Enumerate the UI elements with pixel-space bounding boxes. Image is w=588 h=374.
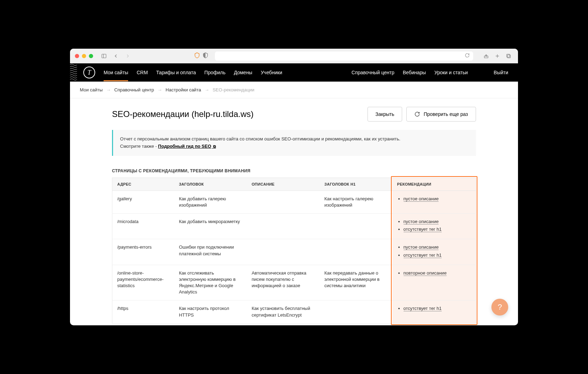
cell-description (247, 239, 320, 265)
close-window-button[interactable] (75, 54, 79, 58)
recheck-button-label: Проверить еще раз (424, 111, 468, 117)
window-controls (75, 54, 93, 58)
info-panel: Отчет с персональным анализом страниц ва… (112, 130, 476, 156)
address-bar[interactable] (215, 51, 473, 61)
recommendation-item: отсутствует тег h1 (404, 305, 471, 312)
cell-title: Как отслеживать электронную коммерцию в … (174, 265, 247, 300)
cell-h1 (320, 239, 392, 265)
maximize-window-button[interactable] (89, 54, 93, 58)
recommendation-item: пустое описание (404, 244, 471, 250)
cell-description: Автоматическая отправка писем покупателю… (247, 265, 320, 300)
recommendation-item: повторное описание (404, 270, 471, 276)
main-nav: T Мои сайты CRM Тарифы и оплата Профиль … (70, 63, 518, 82)
nav-domains[interactable]: Домены (234, 70, 252, 75)
recheck-button[interactable]: Проверить еще раз (406, 107, 476, 122)
svg-rect-6 (507, 55, 511, 58)
cell-title: Как настроить протокол HTTPS (174, 300, 247, 323)
cell-title: Как добавить галерею изображений (174, 191, 247, 213)
breadcrumb-item[interactable]: Справочный центр (114, 87, 154, 92)
breadcrumb-separator: → (204, 87, 209, 92)
nav-profile[interactable]: Профиль (204, 70, 225, 75)
refresh-icon (414, 111, 420, 117)
help-fab-button[interactable]: ? (491, 299, 508, 316)
nav-lessons[interactable]: Уроки и статьи (434, 70, 468, 75)
cell-recommendations: повторное описание (392, 265, 476, 300)
info-text-line1: Отчет с персональным анализом страниц ва… (120, 136, 469, 143)
table-row[interactable]: /galleryКак добавить галерею изображений… (112, 191, 476, 213)
th-h1: ЗАГОЛОВОК H1 (320, 178, 392, 191)
nav-crm[interactable]: CRM (136, 70, 148, 75)
recommendation-link[interactable]: повторное описание (404, 270, 447, 276)
cell-h1 (320, 213, 392, 239)
external-link-icon: ⧉ (212, 144, 216, 148)
privacy-shield-icon[interactable] (202, 52, 209, 60)
breadcrumb-item[interactable]: Настройки сайта (166, 87, 201, 92)
cell-h1: Как настроить галерею изображений (320, 191, 392, 213)
recommendation-link[interactable]: пустое описание (404, 244, 439, 250)
recommendation-link[interactable]: пустое описание (404, 219, 439, 224)
recommendation-item: отсутствует тег h1 (404, 226, 471, 233)
browser-toolbar (70, 49, 518, 63)
cell-description (247, 191, 320, 213)
table-row[interactable]: /online-store-payments/ecommerce-statist… (112, 265, 476, 300)
tabs-overview-icon[interactable] (504, 51, 513, 61)
tilda-logo[interactable]: T (83, 67, 95, 78)
breadcrumb: Мои сайты → Справочный центр → Настройки… (70, 82, 518, 98)
cell-address: /microdata (112, 213, 174, 239)
close-button-label: Закрыть (376, 111, 394, 117)
nav-logout[interactable]: Выйти (494, 70, 508, 75)
cell-address: /gallery (112, 191, 174, 213)
nav-tutorials[interactable]: Учебники (261, 70, 282, 75)
cell-h1: Как передавать данные о электронной комм… (320, 265, 392, 300)
cell-address: /https (112, 300, 174, 323)
minimize-window-button[interactable] (82, 54, 86, 58)
recommendation-link[interactable]: отсутствует тег h1 (404, 252, 442, 258)
close-button[interactable]: Закрыть (368, 107, 402, 122)
info-text-line2-prefix: Смотрите также - (120, 144, 158, 149)
seo-recommendations-table: АДРЕС ЗАГОЛОВОК ОПИСАНИЕ ЗАГОЛОВОК H1 РЕ… (112, 178, 476, 324)
forward-button[interactable] (123, 51, 132, 61)
section-title: СТРАНИЦЫ С РЕКОМЕНДАЦИЯМИ, ТРЕБУЮЩИМИ ВН… (112, 168, 476, 173)
cell-h1 (320, 300, 392, 323)
nav-help-center[interactable]: Справочный центр (351, 70, 394, 75)
recommendation-link[interactable]: отсутствует тег h1 (404, 227, 442, 232)
cell-description (247, 213, 320, 239)
adblock-shield-icon[interactable] (194, 52, 200, 60)
nav-my-sites[interactable]: Мои сайты (104, 70, 128, 75)
th-title: ЗАГОЛОВОК (174, 178, 247, 191)
cell-recommendations: пустое описаниеотсутствует тег h1 (392, 239, 476, 265)
table-row[interactable]: /microdataКак добавить микроразметкупуст… (112, 213, 476, 239)
cell-address: /online-store-payments/ecommerce-statist… (112, 265, 174, 300)
th-recommendations: РЕКОМЕНДАЦИИ (392, 178, 476, 191)
nav-tariffs[interactable]: Тарифы и оплата (156, 70, 196, 75)
recommendation-item: отсутствует тег h1 (404, 252, 471, 258)
breadcrumb-item[interactable]: Мои сайты (80, 87, 103, 92)
seo-guide-link[interactable]: Подробный гид по SEO ⧉ (158, 144, 216, 149)
reload-icon[interactable] (465, 53, 470, 59)
breadcrumb-current: SEO-рекомендации (212, 87, 254, 92)
table-row[interactable]: /httpsКак настроить протокол HTTPSКак ус… (112, 300, 476, 323)
page-title: SEO-рекомендации (help-ru.tilda.ws) (112, 109, 363, 119)
cell-recommendations: пустое описаниеотсутствует тег h1 (392, 213, 476, 239)
new-tab-icon[interactable] (493, 51, 502, 61)
recommendation-item: пустое описание (404, 219, 471, 225)
sidebar-toggle-icon[interactable] (99, 51, 108, 61)
nav-webinars[interactable]: Вебинары (403, 70, 426, 75)
cell-address: /payments-errors (112, 239, 174, 265)
recommendation-link[interactable]: пустое описание (404, 196, 439, 202)
decorative-waves (70, 63, 77, 82)
svg-rect-0 (102, 54, 106, 58)
cell-description: Как установить бесплатный сертификат Let… (247, 300, 320, 323)
th-description: ОПИСАНИЕ (247, 178, 320, 191)
breadcrumb-separator: → (158, 87, 162, 92)
breadcrumb-separator: → (106, 87, 111, 92)
cell-title: Ошибки при подключении платежной системы (174, 239, 247, 265)
recommendation-link[interactable]: отсутствует тег h1 (404, 306, 442, 311)
svg-rect-7 (507, 54, 510, 57)
cell-recommendations: отсутствует тег h1 (392, 300, 476, 323)
recommendation-item: пустое описание (404, 196, 471, 202)
cell-recommendations: пустое описание (392, 191, 476, 213)
table-row[interactable]: /payments-errorsОшибки при подключении п… (112, 239, 476, 265)
back-button[interactable] (111, 51, 120, 61)
share-icon[interactable] (482, 51, 491, 61)
